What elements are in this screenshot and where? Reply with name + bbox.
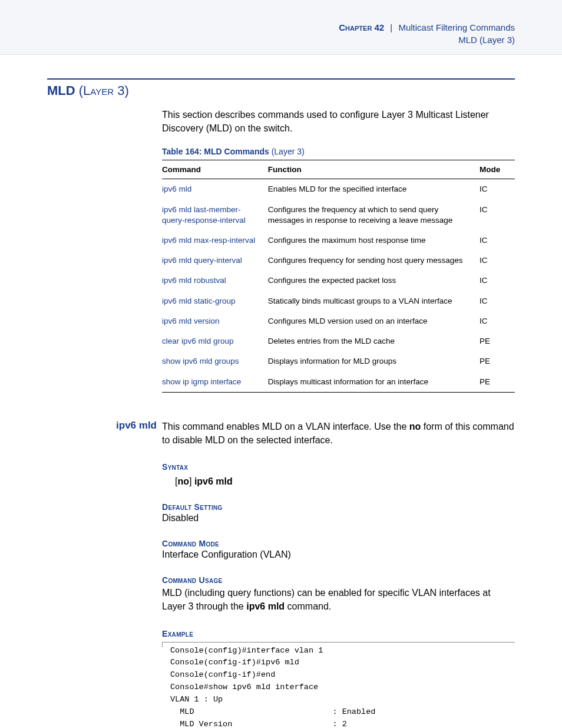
table-row: ipv6 mld Enables MLD for the specified i… bbox=[162, 179, 515, 200]
cmd-mode: IC bbox=[480, 291, 515, 311]
command-description: This command enables MLD on a VLAN inter… bbox=[162, 420, 515, 447]
th-function: Function bbox=[268, 160, 480, 179]
cmd-function: Configures the maximum host response tim… bbox=[268, 230, 480, 251]
cmd-link[interactable]: clear ipv6 mld group bbox=[162, 331, 268, 351]
cmd-function: Enables MLD for the specified interface bbox=[268, 179, 480, 200]
th-command: Command bbox=[162, 160, 268, 179]
cmd-link[interactable]: ipv6 mld static-group bbox=[162, 291, 268, 311]
usage-bold: ipv6 mld bbox=[246, 601, 285, 611]
syntax-no: no bbox=[177, 476, 189, 486]
desc-pre: This command enables MLD on a VLAN inter… bbox=[162, 421, 409, 431]
section-title-bold: MLD bbox=[47, 83, 75, 98]
usage-text: MLD (including query functions) can be e… bbox=[162, 586, 515, 613]
cmd-mode: PE bbox=[480, 351, 515, 371]
cmd-function: Displays information for MLD groups bbox=[268, 351, 480, 371]
cmd-mode: PE bbox=[480, 372, 515, 393]
example-heading: Example bbox=[162, 629, 515, 638]
cmd-link[interactable]: show ip igmp interface bbox=[162, 372, 268, 393]
section-title: MLD (Layer 3) bbox=[47, 83, 515, 98]
desc-bold: no bbox=[409, 421, 421, 431]
table-row: show ip igmp interface Displays multicas… bbox=[162, 372, 515, 393]
header-line-1: Chapter 42 | Multicast Filtering Command… bbox=[47, 21, 515, 34]
command-margin-label: ipv6 mld bbox=[47, 420, 157, 431]
default-heading: Default Setting bbox=[162, 502, 515, 512]
commands-table: Command Function Mode ipv6 mld Enables M… bbox=[162, 160, 515, 392]
section-intro: This section describes commands used to … bbox=[162, 108, 515, 135]
cmd-mode: IC bbox=[480, 271, 515, 291]
table-row: show ipv6 mld groups Displays informatio… bbox=[162, 351, 515, 371]
cmd-link[interactable]: show ipv6 mld groups bbox=[162, 351, 268, 371]
default-value: Disabled bbox=[162, 513, 515, 523]
header-subtitle: MLD (Layer 3) bbox=[47, 34, 515, 46]
cmd-mode: IC bbox=[480, 251, 515, 271]
cmd-link[interactable]: ipv6 mld version bbox=[162, 311, 268, 331]
syntax-heading: Syntax bbox=[162, 462, 515, 472]
cmd-function: Configures frequency for sending host qu… bbox=[268, 251, 480, 271]
mode-value: Interface Configuration (VLAN) bbox=[162, 549, 515, 560]
mode-heading: Command Mode bbox=[162, 539, 515, 548]
cmd-mode: IC bbox=[480, 311, 515, 331]
table-row: ipv6 mld max-resp-interval Configures th… bbox=[162, 230, 515, 251]
table-caption-bold: Table 164: MLD Commands bbox=[162, 147, 269, 156]
section-rule bbox=[47, 78, 515, 80]
syntax-cmd: ipv6 mld bbox=[191, 476, 232, 486]
cmd-function: Deletes entries from the MLD cache bbox=[268, 331, 480, 351]
table-caption-rest: (Layer 3) bbox=[269, 147, 305, 156]
command-detail: ipv6 mld This command enables MLD on a V… bbox=[162, 420, 515, 728]
table-row: ipv6 mld version Configures MLD version … bbox=[162, 311, 515, 331]
example-rule bbox=[162, 642, 515, 643]
cmd-function: Configures the expected packet loss bbox=[268, 271, 480, 291]
table-row: ipv6 mld static-group Statically binds m… bbox=[162, 291, 515, 311]
cmd-link[interactable]: ipv6 mld last-member-query-response-inte… bbox=[162, 200, 268, 230]
cmd-link[interactable]: ipv6 mld robustval bbox=[162, 271, 268, 291]
page-container: Chapter 42 | Multicast Filtering Command… bbox=[0, 0, 562, 728]
cmd-mode: IC bbox=[480, 200, 515, 230]
usage-heading: Command Usage bbox=[162, 575, 515, 585]
header-separator: | bbox=[390, 22, 392, 32]
table-header-row: Command Function Mode bbox=[162, 160, 515, 179]
cmd-link[interactable]: ipv6 mld query-interval bbox=[162, 251, 268, 271]
cmd-function: Statically binds multicast groups to a V… bbox=[268, 291, 480, 311]
cmd-mode: IC bbox=[480, 179, 515, 200]
table-caption: Table 164: MLD Commands (Layer 3) bbox=[162, 147, 515, 156]
section-body: This section describes commands used to … bbox=[162, 108, 515, 728]
content-area: MLD (Layer 3) This section describes com… bbox=[0, 55, 562, 728]
cmd-link[interactable]: ipv6 mld bbox=[162, 179, 268, 200]
cmd-function: Displays multicast information for an in… bbox=[268, 372, 480, 393]
cmd-link[interactable]: ipv6 mld max-resp-interval bbox=[162, 230, 268, 251]
table-row: ipv6 mld last-member-query-response-inte… bbox=[162, 200, 515, 230]
th-mode: Mode bbox=[480, 160, 515, 179]
syntax-line: [no] ipv6 mld bbox=[175, 476, 515, 487]
chapter-title: Multicast Filtering Commands bbox=[398, 22, 515, 32]
cmd-function: Configures the frequency at which to sen… bbox=[268, 200, 480, 230]
running-header: Chapter 42 | Multicast Filtering Command… bbox=[0, 0, 562, 55]
chapter-label: Chapter 42 bbox=[339, 22, 384, 32]
example-code: Console(config)#interface vlan 1 Console… bbox=[170, 645, 515, 728]
table-row: ipv6 mld robustval Configures the expect… bbox=[162, 271, 515, 291]
section-title-rest: (Layer 3) bbox=[75, 83, 129, 98]
table-row: ipv6 mld query-interval Configures frequ… bbox=[162, 251, 515, 271]
cmd-function: Configures MLD version used on an interf… bbox=[268, 311, 480, 331]
cmd-mode: IC bbox=[480, 230, 515, 251]
usage-post: command. bbox=[285, 601, 331, 611]
cmd-mode: PE bbox=[480, 331, 515, 351]
table-row: clear ipv6 mld group Deletes entries fro… bbox=[162, 331, 515, 351]
